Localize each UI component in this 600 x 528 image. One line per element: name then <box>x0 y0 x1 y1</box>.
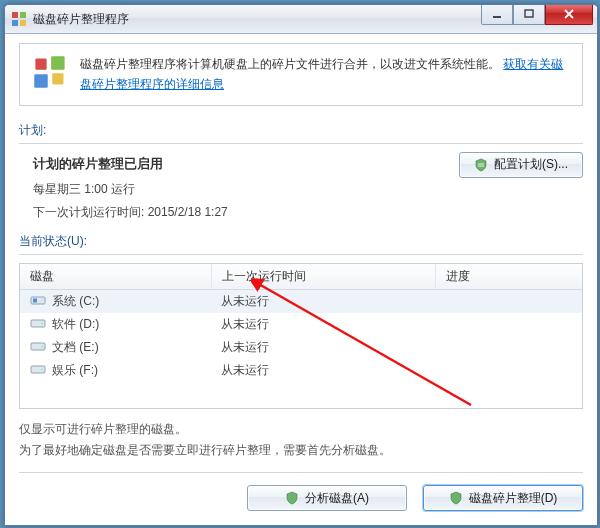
svg-point-18 <box>41 368 43 370</box>
disk-table: 磁盘 上一次运行时间 进度 系统 (C:)从未运行软件 (D:)从未运行文档 (… <box>19 263 583 409</box>
svg-rect-2 <box>12 20 18 26</box>
col-disk[interactable]: 磁盘 <box>20 264 211 290</box>
svg-rect-5 <box>525 10 533 17</box>
footnote-line2: 为了最好地确定磁盘是否需要立即进行碎片整理，需要首先分析磁盘。 <box>19 440 583 460</box>
divider <box>19 254 583 255</box>
info-description: 磁盘碎片整理程序将计算机硬盘上的碎片文件进行合并，以改进文件系统性能。 <box>80 57 500 71</box>
col-progress[interactable]: 进度 <box>436 264 582 290</box>
app-window: 磁盘碎片整理程序 磁盘碎片整理程序将计算机硬盘上的碎片文件进行合并，以改进文件系… <box>4 4 598 526</box>
table-header-row: 磁盘 上一次运行时间 进度 <box>20 264 582 290</box>
schedule-section-label: 计划: <box>19 122 583 139</box>
analyze-label: 分析磁盘(A) <box>305 490 369 507</box>
footnote-line1: 仅显示可进行碎片整理的磁盘。 <box>19 419 583 439</box>
svg-rect-0 <box>12 12 18 18</box>
defrag-button[interactable]: 磁盘碎片整理(D) <box>423 485 583 511</box>
drive-icon <box>30 294 46 309</box>
svg-rect-3 <box>20 20 26 26</box>
svg-rect-6 <box>35 59 46 70</box>
svg-rect-9 <box>52 73 63 84</box>
svg-rect-4 <box>493 16 501 18</box>
drive-last-run: 从未运行 <box>211 336 436 359</box>
configure-schedule-button[interactable]: 配置计划(S)... <box>459 152 583 178</box>
drive-name: 文档 (E:) <box>52 339 99 356</box>
shield-icon <box>285 491 299 505</box>
shield-icon <box>449 491 463 505</box>
defrag-icon <box>11 11 27 27</box>
svg-rect-1 <box>20 12 26 18</box>
table-row[interactable]: 系统 (C:)从未运行 <box>20 289 582 313</box>
defrag-label: 磁盘碎片整理(D) <box>469 490 558 507</box>
drive-progress <box>436 359 582 382</box>
schedule-row: 计划的碎片整理已启用 每星期三 1:00 运行 下一次计划运行时间: 2015/… <box>19 150 583 221</box>
svg-rect-12 <box>33 298 37 302</box>
table-row[interactable]: 文档 (E:)从未运行 <box>20 336 582 359</box>
drive-name: 系统 (C:) <box>52 293 99 310</box>
shield-icon <box>474 158 488 172</box>
maximize-button[interactable] <box>513 4 545 25</box>
drive-icon <box>30 340 46 355</box>
svg-rect-10 <box>478 163 484 167</box>
drive-progress <box>436 289 582 313</box>
window-buttons <box>481 4 593 25</box>
configure-schedule-label: 配置计划(S)... <box>494 156 568 173</box>
content-area: 磁盘碎片整理程序将计算机硬盘上的碎片文件进行合并，以改进文件系统性能。 获取有关… <box>5 33 597 525</box>
minimize-button[interactable] <box>481 4 513 25</box>
schedule-next-run: 下一次计划运行时间: 2015/2/18 1:27 <box>33 204 429 221</box>
schedule-frequency: 每星期三 1:00 运行 <box>33 181 429 198</box>
drive-icon <box>30 363 46 378</box>
divider <box>19 143 583 144</box>
svg-point-14 <box>41 322 43 324</box>
drive-progress <box>436 336 582 359</box>
status-section-label: 当前状态(U): <box>19 233 583 250</box>
drive-icon <box>30 317 46 332</box>
defrag-icon-large <box>32 54 68 90</box>
analyze-button[interactable]: 分析磁盘(A) <box>247 485 407 511</box>
drive-last-run: 从未运行 <box>211 289 436 313</box>
titlebar: 磁盘碎片整理程序 <box>5 5 597 34</box>
action-buttons: 分析磁盘(A) 磁盘碎片整理(D) <box>19 472 583 511</box>
close-button[interactable] <box>545 4 593 25</box>
drive-name: 娱乐 (F:) <box>52 362 98 379</box>
drive-name: 软件 (D:) <box>52 316 99 333</box>
svg-rect-8 <box>34 74 48 88</box>
schedule-title: 计划的碎片整理已启用 <box>33 156 429 173</box>
drive-progress <box>436 313 582 336</box>
svg-rect-7 <box>51 56 65 70</box>
info-panel: 磁盘碎片整理程序将计算机硬盘上的碎片文件进行合并，以改进文件系统性能。 获取有关… <box>19 43 583 106</box>
drive-last-run: 从未运行 <box>211 313 436 336</box>
window-title: 磁盘碎片整理程序 <box>33 11 481 28</box>
drive-last-run: 从未运行 <box>211 359 436 382</box>
col-last-run[interactable]: 上一次运行时间 <box>211 264 436 290</box>
table-row[interactable]: 软件 (D:)从未运行 <box>20 313 582 336</box>
footnote: 仅显示可进行碎片整理的磁盘。 为了最好地确定磁盘是否需要立即进行碎片整理，需要首… <box>19 409 583 460</box>
svg-point-16 <box>41 345 43 347</box>
table-row[interactable]: 娱乐 (F:)从未运行 <box>20 359 582 382</box>
info-text: 磁盘碎片整理程序将计算机硬盘上的碎片文件进行合并，以改进文件系统性能。 获取有关… <box>80 54 570 95</box>
